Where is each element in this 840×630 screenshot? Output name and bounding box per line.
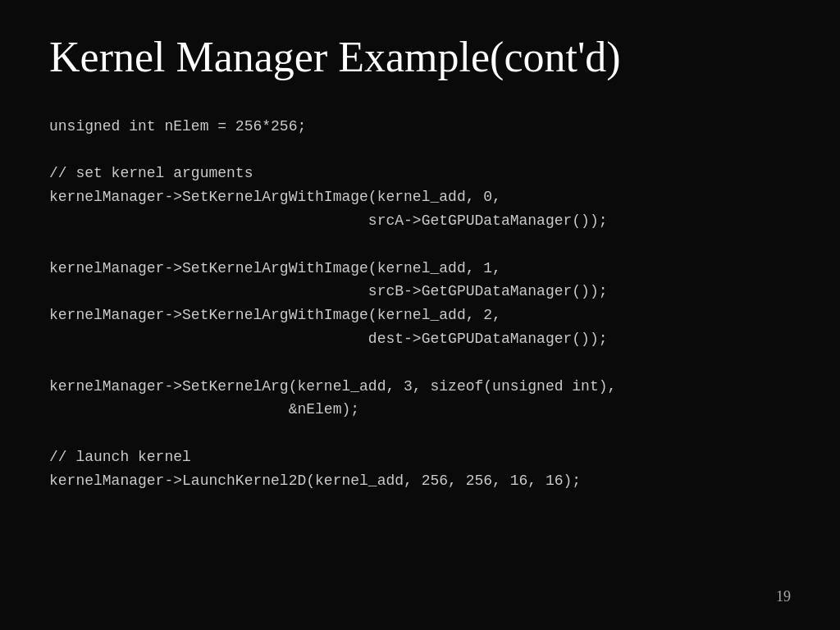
- blank-line-1: [49, 139, 791, 162]
- blank-line-4: [49, 422, 791, 445]
- slide-title: Kernel Manager Example(cont'd): [49, 33, 791, 82]
- code-line-8: dest->GetGPUDataManager());: [49, 327, 791, 351]
- code-block: unsigned int nElem = 256*256; // set ker…: [49, 115, 791, 597]
- code-line-12: kernelManager->LaunchKernel2D(kernel_add…: [49, 469, 791, 493]
- code-line-3: kernelManager->SetKernelArgWithImage(ker…: [49, 185, 791, 209]
- slide-container: Kernel Manager Example(cont'd) unsigned …: [0, 0, 840, 630]
- page-number: 19: [776, 588, 791, 605]
- code-line-4: srcA->GetGPUDataManager());: [49, 209, 791, 233]
- code-line-10: &nElem);: [49, 398, 791, 422]
- code-line-6: srcB->GetGPUDataManager());: [49, 280, 791, 304]
- code-line-2: // set kernel arguments: [49, 162, 791, 185]
- code-line-1: unsigned int nElem = 256*256;: [49, 115, 791, 139]
- code-line-11: // launch kernel: [49, 445, 791, 469]
- blank-line-3: [49, 351, 791, 375]
- code-line-9: kernelManager->SetKernelArg(kernel_add, …: [49, 375, 791, 399]
- blank-line-2: [49, 233, 791, 257]
- code-line-5: kernelManager->SetKernelArgWithImage(ker…: [49, 257, 791, 281]
- code-line-7: kernelManager->SetKernelArgWithImage(ker…: [49, 304, 791, 327]
